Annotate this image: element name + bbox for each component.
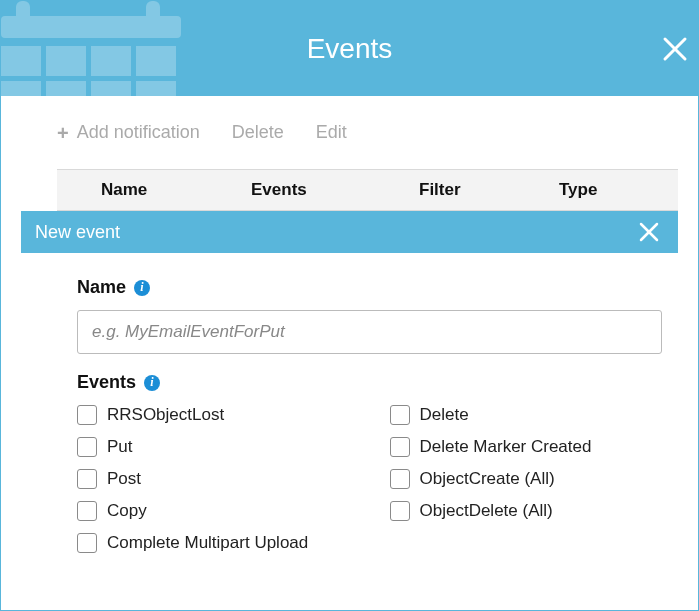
event-checkbox-delete[interactable]: Delete bbox=[390, 405, 663, 425]
svg-rect-6 bbox=[136, 46, 176, 76]
svg-rect-4 bbox=[46, 46, 86, 76]
info-icon[interactable]: i bbox=[134, 280, 150, 296]
svg-rect-9 bbox=[91, 81, 131, 96]
checkbox-label: ObjectDelete (All) bbox=[420, 501, 553, 521]
checkbox-label: RRSObjectLost bbox=[107, 405, 224, 425]
table-header-row: Name Events Filter Type bbox=[57, 169, 678, 211]
events-col-right: Delete Delete Marker Created ObjectCreat… bbox=[390, 405, 663, 553]
checkbox-icon bbox=[390, 501, 410, 521]
plus-icon: + bbox=[57, 123, 69, 143]
modal-close-button[interactable] bbox=[662, 36, 688, 62]
checkbox-icon bbox=[77, 405, 97, 425]
checkbox-icon bbox=[390, 405, 410, 425]
name-label: Name bbox=[77, 277, 126, 298]
svg-rect-8 bbox=[46, 81, 86, 96]
add-notification-label: Add notification bbox=[77, 122, 200, 143]
info-icon[interactable]: i bbox=[144, 375, 160, 391]
modal-title: Events bbox=[307, 33, 393, 65]
event-checkbox-copy[interactable]: Copy bbox=[77, 501, 350, 521]
new-event-title: New event bbox=[35, 222, 120, 243]
checkbox-icon bbox=[77, 501, 97, 521]
checkbox-icon bbox=[77, 437, 97, 457]
modal-header: Events bbox=[1, 1, 698, 96]
delete-button[interactable]: Delete bbox=[232, 122, 284, 143]
event-checkbox-objectcreate-all[interactable]: ObjectCreate (All) bbox=[390, 469, 663, 489]
events-checkbox-grid: RRSObjectLost Put Post Copy Complete Mul… bbox=[77, 405, 662, 553]
event-checkbox-rrsobjectlost[interactable]: RRSObjectLost bbox=[77, 405, 350, 425]
new-event-close-button[interactable] bbox=[638, 221, 660, 243]
event-checkbox-complete-multipart-upload[interactable]: Complete Multipart Upload bbox=[77, 533, 350, 553]
checkbox-label: Delete Marker Created bbox=[420, 437, 592, 457]
checkbox-label: Copy bbox=[107, 501, 147, 521]
name-label-row: Name i bbox=[77, 277, 662, 298]
col-filter: Filter bbox=[419, 180, 559, 200]
event-checkbox-delete-marker-created[interactable]: Delete Marker Created bbox=[390, 437, 663, 457]
events-col-left: RRSObjectLost Put Post Copy Complete Mul… bbox=[77, 405, 350, 553]
checkbox-label: Post bbox=[107, 469, 141, 489]
col-name: Name bbox=[101, 180, 251, 200]
add-notification-button[interactable]: + Add notification bbox=[57, 122, 200, 143]
edit-label: Edit bbox=[316, 122, 347, 143]
new-event-form: Name i Events i RRSObjectLost Put bbox=[1, 253, 698, 553]
svg-rect-5 bbox=[91, 46, 131, 76]
event-checkbox-put[interactable]: Put bbox=[77, 437, 350, 457]
col-events: Events bbox=[251, 180, 419, 200]
events-label-row: Events i bbox=[77, 372, 662, 393]
edit-button[interactable]: Edit bbox=[316, 122, 347, 143]
checkbox-label: ObjectCreate (All) bbox=[420, 469, 555, 489]
event-checkbox-post[interactable]: Post bbox=[77, 469, 350, 489]
toolbar: + Add notification Delete Edit bbox=[1, 96, 698, 169]
checkbox-icon bbox=[390, 437, 410, 457]
svg-rect-3 bbox=[1, 46, 41, 76]
col-type: Type bbox=[559, 180, 659, 200]
svg-rect-7 bbox=[1, 81, 41, 96]
event-checkbox-objectdelete-all[interactable]: ObjectDelete (All) bbox=[390, 501, 663, 521]
svg-rect-1 bbox=[146, 1, 160, 29]
checkbox-label: Delete bbox=[420, 405, 469, 425]
checkbox-icon bbox=[77, 469, 97, 489]
delete-label: Delete bbox=[232, 122, 284, 143]
checkbox-icon bbox=[77, 533, 97, 553]
events-modal: Events + Add notification Delete Edit Na… bbox=[0, 0, 699, 611]
close-icon bbox=[662, 36, 688, 62]
name-input[interactable] bbox=[77, 310, 662, 354]
events-table: Name Events Filter Type bbox=[57, 169, 678, 211]
svg-rect-0 bbox=[16, 1, 30, 29]
svg-rect-2 bbox=[1, 16, 181, 38]
new-event-panel-header: New event bbox=[21, 211, 678, 253]
checkbox-label: Complete Multipart Upload bbox=[107, 533, 308, 553]
events-label: Events bbox=[77, 372, 136, 393]
close-icon bbox=[638, 221, 660, 243]
svg-rect-10 bbox=[136, 81, 176, 96]
checkbox-label: Put bbox=[107, 437, 133, 457]
checkbox-icon bbox=[390, 469, 410, 489]
